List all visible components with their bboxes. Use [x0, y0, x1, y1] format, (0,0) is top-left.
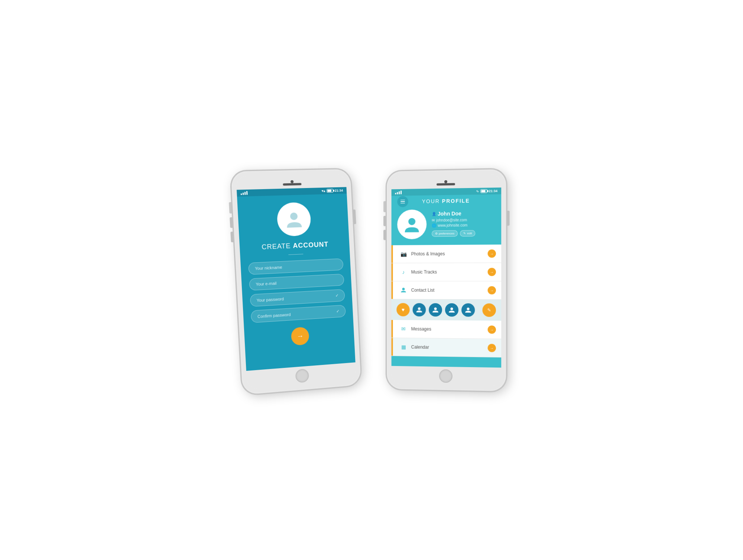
photos-arrow: →	[488, 249, 496, 258]
account-label: ACCOUNT	[293, 240, 329, 249]
profile-actions: ⚙ preferences ✎ edit	[432, 230, 495, 236]
contact-1[interactable]	[413, 303, 426, 316]
confirm-check-icon: ✓	[336, 309, 340, 314]
volume-up-button-2[interactable]	[383, 216, 386, 226]
svg-point-5	[450, 307, 453, 310]
calendar-label: Calendar	[411, 344, 488, 350]
submit-arrow-icon: →	[296, 332, 304, 340]
phone-profile: ∿ 21:34	[387, 169, 506, 391]
svg-point-3	[418, 307, 421, 310]
header-bar: YOUR PROFILE	[397, 197, 495, 205]
profile-avatar	[397, 209, 426, 239]
photos-icon: 📷	[399, 250, 408, 258]
hamburger-icon	[400, 200, 405, 204]
svg-point-1	[408, 218, 415, 225]
contacts-row: ♥	[392, 299, 502, 321]
email-field[interactable]: Your e-mail	[249, 273, 344, 290]
password-field[interactable]: Your password ✓	[250, 289, 345, 307]
menu-item-messages[interactable]: ✉ Messages →	[392, 320, 502, 339]
contact-3[interactable]	[445, 303, 458, 316]
profile-header: YOUR PROFILE 👤	[392, 194, 502, 245]
edit-icon: ✎	[463, 232, 466, 235]
calendar-accent	[392, 338, 393, 356]
profile-screen: ∿ 21:34	[392, 187, 502, 368]
submit-button[interactable]: →	[291, 327, 309, 346]
time-display-2: 21:34	[489, 189, 497, 192]
edit-label: edit	[467, 232, 472, 235]
contact-2[interactable]	[429, 303, 442, 316]
password-check-icon: ✓	[335, 293, 338, 298]
profile-details: 👤 John Doe ✉ johndoe@site.com 🌐 www.john…	[432, 208, 495, 237]
scene: ▾▴ 21:34 CREATE	[238, 171, 505, 390]
confirm-password-field[interactable]: Confirm password ✓	[251, 305, 346, 323]
music-label: Music Tracks	[411, 269, 488, 274]
svg-point-6	[467, 307, 470, 310]
signal-icon-2	[395, 190, 402, 194]
phone2-top-bar	[392, 174, 502, 189]
create-account-screen: ▾▴ 21:34 CREATE	[237, 187, 356, 371]
svg-point-2	[402, 288, 405, 290]
title-divider	[288, 254, 303, 255]
messages-accent	[392, 320, 393, 337]
create-account-title: CREATE ACCOUNT	[262, 240, 329, 251]
battery-icon-2	[480, 189, 487, 193]
email-icon: ✉	[432, 218, 435, 222]
user-email: johndoe@site.com	[436, 218, 467, 222]
menu-list: 📷 Photos & Images → ♪ Music Tracks →	[392, 245, 502, 357]
svg-point-4	[434, 307, 437, 310]
contacts-icon	[399, 286, 408, 294]
battery-icon	[327, 189, 333, 192]
menu-item-calendar[interactable]: ▦ Calendar →	[392, 338, 502, 357]
user-name: John Doe	[438, 210, 461, 217]
user-avatar-icon	[284, 209, 304, 229]
signal-icon	[241, 191, 248, 195]
gear-icon: ⚙	[435, 232, 438, 235]
menu-item-contacts[interactable]: Contact List →	[392, 281, 502, 300]
home-button-2[interactable]	[439, 369, 452, 383]
speaker-grille-2	[437, 183, 455, 185]
volume-down-button-2[interactable]	[383, 230, 386, 240]
profile-name-icon: 👤	[432, 211, 436, 216]
preferences-button[interactable]: ⚙ preferences	[432, 230, 458, 237]
nickname-field[interactable]: Your nickname	[248, 258, 344, 275]
email-placeholder: Your e-mail	[256, 281, 277, 286]
messages-label: Messages	[411, 326, 488, 332]
user-website: www.johnsite.com	[438, 223, 467, 227]
menu-item-music[interactable]: ♪ Music Tracks →	[392, 263, 502, 281]
home-button-1[interactable]	[295, 368, 309, 383]
edit-button[interactable]: ✎ edit	[460, 230, 475, 236]
confirm-placeholder: Confirm password	[257, 312, 291, 318]
contacts-arrow: →	[488, 286, 496, 294]
contacts-label: Contact List	[411, 287, 488, 292]
your-label: YOUR	[422, 198, 442, 204]
contact-4[interactable]	[461, 303, 475, 317]
phone2-inner: ∿ 21:34	[392, 174, 502, 386]
menu-button[interactable]	[397, 196, 408, 207]
wifi-icon: ▾▴	[321, 189, 325, 192]
volume-up-button[interactable]	[230, 217, 233, 228]
profile-avatar-icon	[403, 215, 421, 233]
profile-website-line: 🌐 www.johnsite.com	[432, 223, 495, 227]
profile-label: PROFILE	[442, 198, 470, 204]
photos-label: Photos & Images	[411, 251, 488, 256]
camera-lens	[291, 180, 293, 183]
music-accent	[392, 263, 393, 281]
time-display-1: 21:34	[335, 188, 343, 192]
wifi-icon-2: ∿	[476, 189, 479, 193]
messages-arrow: →	[488, 325, 496, 333]
photos-accent	[392, 245, 393, 263]
phone-create-account: ▾▴ 21:34 CREATE	[231, 169, 361, 394]
phone1-top-bar	[236, 174, 346, 190]
contacts-accent	[392, 281, 393, 299]
globe-icon: 🌐	[432, 223, 436, 227]
phone1-inner: ▾▴ 21:34 CREATE	[236, 174, 356, 389]
messages-icon: ✉	[399, 325, 408, 333]
contacts-edit-button[interactable]: ✎	[482, 303, 496, 317]
menu-item-photos[interactable]: 📷 Photos & Images →	[392, 245, 502, 263]
power-button-2[interactable]	[507, 210, 510, 226]
profile-email-line: ✉ johndoe@site.com	[432, 217, 495, 222]
music-arrow: →	[488, 268, 496, 276]
contact-heart[interactable]: ♥	[396, 303, 409, 316]
power-button[interactable]	[353, 209, 356, 224]
volume-down-button[interactable]	[230, 232, 233, 242]
